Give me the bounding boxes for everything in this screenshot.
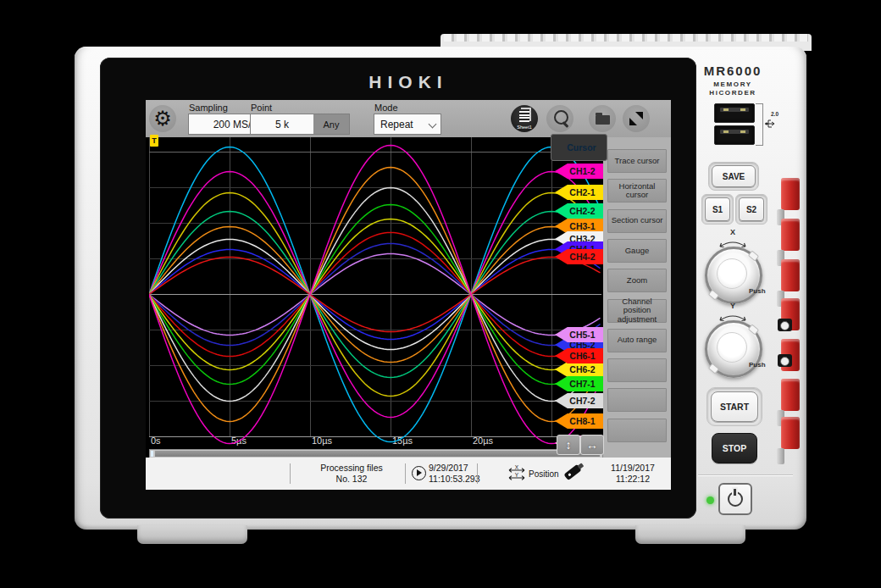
sampling-label: Sampling (189, 103, 228, 113)
separator (290, 463, 291, 484)
product-line2: HiCORDER (696, 89, 769, 97)
status-bar: Processing files No. 132 9/29/2017 11:10… (146, 458, 671, 490)
y-push-label: Push (749, 361, 766, 369)
sheet-button[interactable]: Sheet1 (511, 105, 538, 132)
power-icon (728, 491, 743, 507)
menu-button-empty-9[interactable] (607, 419, 667, 442)
start-button[interactable]: START (711, 391, 758, 422)
resize-diagonal-icon (629, 112, 643, 125)
usb-trident-icon (764, 116, 778, 130)
point-input[interactable]: 5 k (250, 114, 314, 135)
save-button[interactable]: SAVE (712, 165, 756, 187)
cursor-tag[interactable]: Cursor (554, 139, 603, 155)
point-value: 5 k (275, 119, 289, 130)
point-label: Point (251, 103, 272, 113)
menu-button-gauge[interactable]: Gauge (607, 239, 667, 263)
mode-dropdown[interactable]: Repeat (374, 114, 441, 135)
usb-ports[interactable] (714, 103, 753, 144)
menu-button-section-cursor[interactable]: Section cursor (607, 209, 667, 233)
position-xy-icon[interactable]: X Y (507, 464, 527, 480)
folder-icon (596, 115, 610, 125)
open-file-button[interactable] (589, 105, 616, 132)
sheet-icon (518, 108, 530, 124)
scroll-position-marker (151, 451, 153, 457)
processing-status: Processing files No. 132 (296, 463, 407, 485)
usb-bracket (756, 103, 763, 146)
settings-button[interactable]: ⚙ (149, 105, 176, 132)
s1-button[interactable]: S1 (705, 197, 730, 221)
menu-button-empty-7[interactable] (607, 358, 667, 382)
menu-button-empty-8[interactable] (607, 388, 667, 412)
y-knob-label: Y (696, 302, 769, 310)
gear-icon: ⚙ (153, 108, 172, 129)
menu-button-trace-cursor[interactable]: Trace cursor (607, 149, 667, 173)
svg-text:X: X (515, 464, 519, 470)
horizontal-scroll-mode-button[interactable]: ↔ (580, 435, 604, 455)
search-button[interactable] (546, 105, 573, 132)
vertical-scroll-mode-button[interactable]: ↕ (557, 435, 580, 455)
menu-button-horizontal-cursor[interactable]: Horizontal cursor (607, 179, 667, 202)
axis-tick-label: 10µs (312, 435, 333, 446)
menu-button-zoom[interactable]: Zoom (607, 269, 667, 292)
menu-button-channel-position-adjustment[interactable]: Channel position adjustment (607, 299, 667, 323)
usb-version-label: 2.0 (771, 111, 778, 117)
horizontal-arrows-icon: ↔ (586, 438, 598, 452)
search-icon (554, 110, 568, 125)
control-panel: MR6000 MEMORY HiCORDER 2.0 SAVE S1 S2 X (696, 47, 805, 530)
y-knob[interactable] (705, 320, 762, 378)
mode-value: Repeat (380, 119, 413, 130)
x-knob[interactable] (705, 247, 762, 304)
side-menu: Trace cursorHorizontal cursorSection cur… (603, 137, 671, 458)
x-knob-label: X (696, 228, 769, 236)
play-icon (412, 466, 426, 480)
record-timestamp: 9/29/2017 11:10:53.293 (429, 463, 491, 485)
separator (405, 463, 406, 484)
svg-text:Y: Y (515, 472, 519, 478)
fullscreen-button[interactable] (623, 105, 650, 132)
any-button[interactable]: Any (313, 114, 350, 135)
position-label: Position (529, 469, 559, 479)
chevron-down-icon (429, 120, 437, 129)
brand-logo: HIOKI (146, 72, 671, 92)
axis-tick-label: 0s (151, 435, 161, 446)
trigger-marker-icon: T (150, 135, 158, 147)
x-push-label: Push (749, 287, 766, 295)
usb-drive-icon (563, 464, 581, 480)
scrollbar-handle[interactable] (155, 451, 600, 457)
sheet-button-label: Sheet1 (517, 125, 531, 130)
waveform-plot[interactable]: 0s5µs10µs15µs20µs (149, 137, 601, 447)
model-name: MR6000 (696, 64, 769, 78)
toolbar: ⚙ Sampling 200 MS/s Point 5 k Any Mode R… (146, 100, 671, 137)
power-led (706, 496, 714, 504)
product-line1: MEMORY (696, 80, 769, 88)
power-button[interactable] (718, 483, 752, 515)
clock: 11/19/2017 11:22:12 (599, 463, 667, 485)
photo-background: HIOKI ⚙ Sampling 200 MS/s Point 5 k Any … (0, 0, 881, 588)
mode-label: Mode (374, 103, 398, 113)
selected-channel-box[interactable]: Cursor (551, 134, 607, 161)
axis-tick-label: 20µs (473, 435, 494, 446)
device-foot-left (137, 525, 247, 544)
divider (698, 474, 793, 475)
separator (477, 463, 478, 484)
touch-screen: ⚙ Sampling 200 MS/s Point 5 k Any Mode R… (146, 100, 671, 490)
vertical-arrows-icon: ↕ (566, 438, 572, 452)
s2-button[interactable]: S2 (739, 197, 764, 221)
stop-button[interactable]: STOP (712, 433, 757, 463)
menu-button-auto-range[interactable]: Auto range (607, 329, 667, 352)
